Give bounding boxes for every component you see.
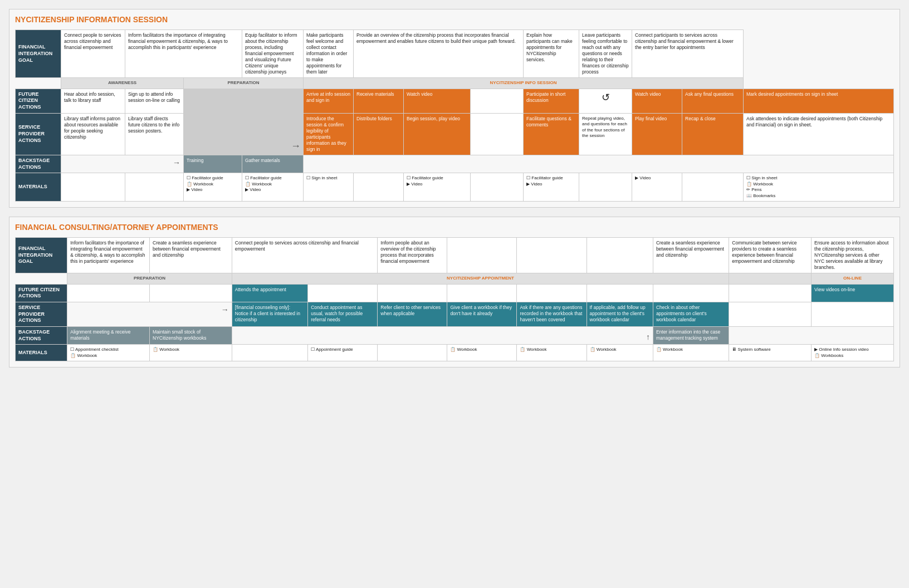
sp-cell-12: Ask attendees to indicate desired appoin… (744, 113, 894, 155)
section1-title: NYCITIZENSHIP INFORMATION SESSION (15, 15, 894, 24)
s2-backstage-label: BACKSTAGE ACTIONS (16, 327, 67, 345)
s2-sp-3: Refer client to other services when appl… (378, 302, 447, 327)
s2-backstage-row: BACKSTAGE ACTIONS Alignment meeting & re… (16, 327, 894, 345)
s2-sp-7: Check in about other appointments on cli… (653, 302, 729, 327)
s2-fc-11: View videos on-line (812, 284, 894, 302)
s2-goal-3: Connect people to services across citize… (232, 238, 378, 273)
mat-cell-11: ▶ Video (632, 173, 682, 202)
s2-goal-1: Inform facilitators the importance of in… (67, 238, 150, 273)
s2-mat-7: 📋 Workbook (517, 345, 587, 361)
materials-row: MATERIALS ☐ Facilitator guide 📋 Workbook… (16, 173, 894, 202)
s2-mat-10: 🖥 System software (729, 345, 812, 361)
s2-mat-11: ▶ Online Info session video 📋 Workbooks (812, 345, 894, 361)
s2-sp-5: Ask if there are any questions recorded … (517, 302, 587, 327)
s2-financial-goal-row: FINANCIAL INTEGRATION GOAL Inform facili… (16, 238, 894, 273)
sp-cell-8: Facilitate questions & comments (524, 113, 579, 155)
s2-financial-goal-label: FINANCIAL INTEGRATION GOAL (16, 238, 67, 273)
s2-future-citizen-row: FUTURE CITIZEN ACTIONS Attends the appoi… (16, 284, 894, 302)
s2-fc-8 (587, 284, 653, 302)
sp-cell-6: Begin session, play video (404, 113, 471, 155)
sp-cell-3: → (184, 113, 304, 155)
fc-cell-8: Participate in short discussion (524, 89, 579, 113)
phase-info-session: NYCITIZENSHIP INFO SESSION (304, 78, 744, 89)
s2-fc-9 (653, 284, 729, 302)
fc-cell-9: ↺ (579, 89, 632, 113)
s2-mat-5 (378, 345, 447, 361)
s2-phase-header: PREPARATION NYCITIZENSHIP APPOINTMENT ON… (16, 273, 894, 284)
s2-goal-9: Communicate between service providers to… (729, 238, 812, 273)
mat-cell-4: ☐ Facilitator guide 📋 Workbook ▶ Video (242, 173, 304, 202)
s2-fc-10 (729, 284, 812, 302)
mat-cell-5: ☐ Sign in sheet (304, 173, 354, 202)
sp-cell-1: Library staff informs patron about resou… (61, 113, 125, 155)
s2-future-citizen-label: FUTURE CITIZEN ACTIONS (16, 284, 67, 302)
mat-cell-8 (471, 173, 524, 202)
mat-cell-7: ☐ Facilitator guide ▶ Video (404, 173, 471, 202)
sp-cell-11: Recap & close (682, 113, 744, 155)
phase-preparation: PREPARATION (184, 78, 304, 89)
fc-cell-12: Mark desired appointments on sign in she… (744, 89, 894, 113)
s2-goal-4: Inform people about an overview of the c… (378, 238, 447, 273)
s2-fc-3: Attends the appointment (232, 284, 307, 302)
s2-sp-1: [financial counseling only]: Notice if a… (232, 302, 307, 327)
s2-sp-9 (812, 302, 894, 327)
goal-cell-2: Inform facilitators the importance of in… (125, 30, 242, 78)
fc-cell-6: Watch video (404, 89, 471, 113)
s2-sp-4: Give client a workbook if they don't hav… (447, 302, 517, 327)
s2-sp-6: If applicable, add follow up appointment… (587, 302, 653, 327)
goal-cell-4: Make participants feel welcome and colle… (304, 30, 354, 78)
sp-cell-5: Distribute folders (354, 113, 404, 155)
s2-bs-2: Maintain small stock of NYCitizenship wo… (150, 327, 232, 345)
s2-mat-1: ☐ Appointment checklist 📋 Workbook (67, 345, 150, 361)
s2-phase-appt: NYCITIZENSHIP APPOINTMENT (232, 273, 729, 284)
section1: NYCITIZENSHIP INFORMATION SESSION (9, 9, 900, 208)
s2-sp-2: Conduct appointment as usual, watch for … (308, 302, 378, 327)
mat-cell-9: ☐ Facilitator guide ▶ Video (524, 173, 579, 202)
sp-cell-9: Repeat playing video, and questions for … (579, 113, 632, 155)
materials-label: MATERIALS (16, 173, 61, 202)
financial-goal-label: FINANCIAL INTEGRATION GOAL (16, 30, 61, 78)
bs-cell-2: Training (184, 155, 242, 173)
s2-fc-7 (517, 284, 587, 302)
s2-bs-4 (729, 327, 894, 345)
bs-cell-4 (304, 155, 894, 173)
mat-cell-3: ☐ Facilitator guide 📋 Workbook ▶ Video (184, 173, 242, 202)
mat-cell-6 (354, 173, 404, 202)
s2-goal-7 (587, 238, 653, 273)
s2-fc-1 (67, 284, 150, 302)
s2-fc-5 (378, 284, 447, 302)
future-citizen-label: FUTURE CITIZEN ACTIONS (16, 89, 61, 113)
page: NYCITIZENSHIP INFORMATION SESSION (9, 9, 900, 367)
s2-phase-online: ON-LINE (812, 273, 894, 284)
s2-service-provider-label: SERVICE PROVIDER ACTIONS (16, 302, 67, 327)
s2-fc-2 (150, 284, 232, 302)
fc-cell-2: Sign up to attend info session on-line o… (125, 89, 184, 113)
section2-title: FINANCIAL CONSULTING/ATTORNEY APPOINTMEN… (15, 223, 894, 232)
s2-mat-6: 📋 Workbook (447, 345, 517, 361)
s2-bs-3: Enter information into the case manageme… (653, 327, 729, 345)
goal-cell-6: Explain how participants can make appoin… (524, 30, 579, 78)
sp-cell-7 (471, 113, 524, 155)
s2-bs-1: Alignment meeting & receive materials (67, 327, 150, 345)
mat-cell-13: ☐ Sign in sheet 📋 Workbook ✏ Pens 📖 Book… (744, 173, 894, 202)
financial-goal-row: FINANCIAL INTEGRATION GOAL Connect peopl… (16, 30, 894, 78)
s2-fc-4 (308, 284, 378, 302)
s2-goal-2: Create a seamless experience between fin… (150, 238, 232, 273)
phase-awareness: AWARENESS (61, 78, 184, 89)
backstage-label: BACKSTAGE ACTIONS (16, 155, 61, 173)
s2-mat-3 (232, 345, 307, 361)
fc-cell-7 (471, 89, 524, 113)
s2-goal-6 (517, 238, 587, 273)
s2-goal-5 (447, 238, 517, 273)
s2-fc-6 (447, 284, 517, 302)
mat-cell-12 (682, 173, 744, 202)
fc-cell-3 (184, 89, 304, 113)
goal-cell-7: Leave participants feeling comfortable t… (579, 30, 632, 78)
s2-mat-4: ☐ Appointment guide (308, 345, 378, 361)
s2-goal-10: Ensure access to information about the c… (812, 238, 894, 273)
goal-cell-3: Equip facilitator to inform about the ci… (242, 30, 304, 78)
section2-table: FINANCIAL INTEGRATION GOAL Inform facili… (15, 237, 894, 361)
s2-phase-prep: PREPARATION (67, 273, 232, 284)
fc-cell-11: Ask any final questions (682, 89, 744, 113)
s2-sp-arrow: → (67, 302, 232, 327)
